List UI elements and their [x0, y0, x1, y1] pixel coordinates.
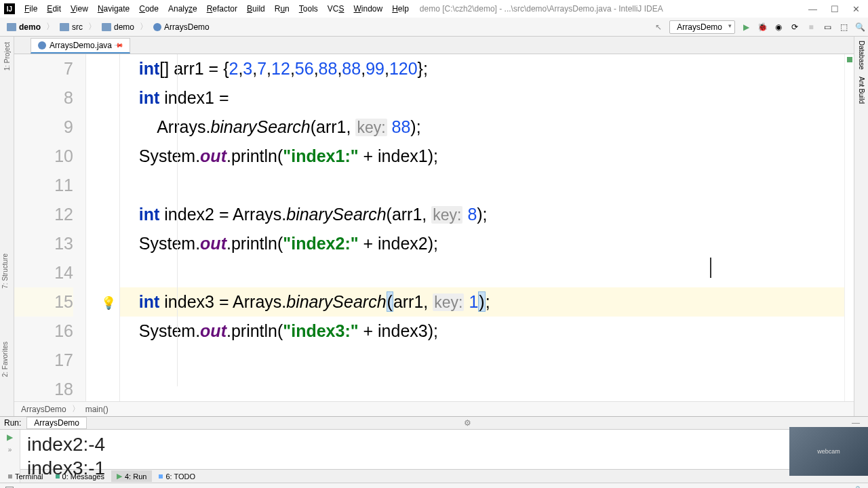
run-config-select[interactable]: ArraysDemo — [669, 20, 735, 34]
menu-refactor[interactable]: Refactor — [203, 3, 241, 15]
run-tool-window: Run: ArraysDemo ⚙ — ▶ » index2:-4 index3… — [0, 416, 868, 469]
code-content[interactable]: int[] arr1 = {2,3,7,12,56,88,88,99,120};… — [120, 54, 844, 401]
menu-help[interactable]: Help — [388, 3, 413, 15]
run-tab[interactable]: ArraysDemo — [26, 417, 87, 429]
rerun-button[interactable]: ▶ — [7, 432, 13, 442]
editor-scrollbar[interactable] — [844, 54, 854, 401]
main-menu: File Edit View Navigate Code Analyze Ref… — [20, 3, 413, 15]
console-line: index2:-4 — [27, 431, 861, 458]
ant-tool[interactable]: Ant Build — [858, 77, 865, 104]
stop-button[interactable]: ■ — [806, 22, 816, 33]
structure-tool[interactable]: 7: Structure — [0, 251, 10, 291]
search-button[interactable]: 🔍 — [854, 22, 865, 33]
favorites-tool[interactable]: 2: Favorites — [0, 339, 10, 380]
run-label: Run: — [4, 418, 21, 428]
nav-bar: demo 〉 src 〉 demo 〉 ArraysDemo ↖ ArraysD… — [0, 18, 868, 37]
run-tab-bottom[interactable]: ▶4: Run — [111, 470, 152, 482]
run-settings-icon[interactable]: ⚙ — [464, 418, 471, 428]
menu-window[interactable]: Window — [349, 3, 387, 15]
webcam-overlay: webcam — [789, 427, 868, 476]
menu-code[interactable]: Code — [135, 3, 163, 15]
menu-file[interactable]: File — [20, 3, 41, 15]
build-icon[interactable]: ↖ — [653, 22, 664, 33]
editor-tab-arraysdemo[interactable]: ArraysDemo.java 📌 — [31, 38, 130, 54]
crumb-demo2[interactable]: demo — [98, 21, 138, 33]
menu-build[interactable]: Build — [243, 3, 269, 15]
editor-breadcrumb: ArraysDemo 〉 main() — [14, 401, 854, 416]
search-everywhere[interactable]: ⬚ — [838, 22, 849, 33]
scroll-marker — [847, 57, 852, 62]
folder-icon — [7, 23, 16, 31]
app-logo: IJ — [4, 3, 15, 14]
right-tool-strip: Database Ant Build — [854, 37, 868, 416]
run-button[interactable]: ▶ — [741, 22, 751, 33]
menu-navigate[interactable]: Navigate — [94, 3, 134, 15]
messages-tab[interactable]: 0: Messages — [50, 471, 110, 482]
crumb-class[interactable]: ArraysDemo — [149, 21, 214, 33]
run-more-icon[interactable]: » — [8, 446, 12, 453]
close-button[interactable]: ✕ — [852, 4, 860, 14]
intention-bulb-icon[interactable]: 💡 — [101, 296, 116, 310]
menu-tools[interactable]: Tools — [295, 3, 322, 15]
coverage-button[interactable]: ◉ — [773, 22, 784, 33]
menu-view[interactable]: View — [66, 3, 92, 15]
class-icon — [153, 23, 161, 31]
editor-tabs: ArraysDemo.java 📌 — [14, 37, 854, 54]
window-title: demo [C:\czh2\demo] - ...\src\demo\Array… — [420, 4, 663, 14]
pin-icon: 📌 — [114, 41, 124, 51]
tab-label: ArraysDemo.java — [50, 41, 112, 50]
title-bar: IJ File Edit View Navigate Code Analyze … — [0, 0, 868, 18]
debug-button[interactable]: 🐞 — [757, 22, 768, 33]
todo-tab[interactable]: 6: TODO — [153, 471, 201, 482]
folder-icon — [102, 23, 111, 31]
gutter-line-numbers: 789101112131415161718 — [14, 54, 86, 401]
minimize-button[interactable]: — — [808, 4, 817, 14]
profile-button[interactable]: ⟳ — [789, 22, 800, 33]
project-tool[interactable]: 1: Project — [3, 39, 11, 73]
gutter-annotations: 💡 — [86, 54, 120, 401]
folder-icon — [60, 23, 69, 31]
terminal-tab[interactable]: Terminal — [3, 471, 49, 482]
menu-edit[interactable]: Edit — [43, 3, 65, 15]
text-cursor — [710, 258, 711, 278]
menu-run[interactable]: Run — [271, 3, 294, 15]
crumb-class-b[interactable]: ArraysDemo — [21, 405, 66, 414]
menu-analyze[interactable]: Analyze — [164, 3, 201, 15]
crumb-src[interactable]: src — [56, 21, 87, 33]
code-editor[interactable]: 789101112131415161718 💡 int[] arr1 = {2,… — [14, 54, 854, 401]
maximize-button[interactable]: ☐ — [831, 4, 839, 14]
crumb-demo[interactable]: demo — [3, 21, 45, 33]
java-file-icon — [38, 41, 46, 49]
crumb-method-b[interactable]: main() — [85, 405, 108, 414]
database-tool[interactable]: Database — [858, 41, 865, 70]
console-line: index3:-1 — [27, 455, 861, 481]
status-bar: Build completed successfully in 1 s 121 … — [0, 483, 868, 488]
layout-button[interactable]: ▭ — [822, 22, 833, 33]
menu-vcs[interactable]: VCS — [323, 3, 349, 15]
run-hide-icon[interactable]: — — [852, 418, 860, 428]
